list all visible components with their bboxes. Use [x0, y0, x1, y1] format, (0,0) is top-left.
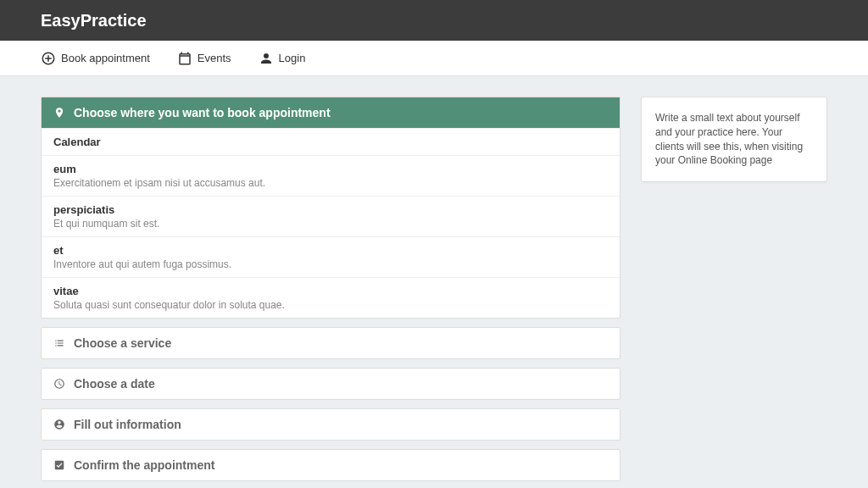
nav-login[interactable]: Login — [259, 51, 306, 66]
nav-login-label: Login — [279, 52, 306, 64]
calendar-option-title: vitae — [53, 285, 608, 297]
calendar-option[interactable]: perspiciatis Et qui numquam sit est. — [42, 196, 620, 236]
calendar-option[interactable]: eum Exercitationem et ipsam nisi ut accu… — [42, 155, 620, 196]
step-date-header[interactable]: Choose a date — [42, 369, 620, 399]
account-circle-icon — [53, 419, 65, 430]
calendar-option-desc: Inventore aut qui autem fuga possimus. — [53, 258, 608, 270]
step-confirm-header[interactable]: Confirm the appointment — [42, 450, 620, 480]
step-service-header[interactable]: Choose a service — [42, 328, 620, 358]
step-info-title: Fill out information — [74, 418, 181, 431]
nav-book-label: Book appointment — [61, 52, 150, 64]
step-confirm-title: Confirm the appointment — [74, 458, 214, 472]
step-date-card: Choose a date — [41, 368, 620, 400]
booking-steps: Choose where you want to book appointmen… — [41, 97, 620, 481]
navbar: Book appointment Events Login — [0, 41, 868, 76]
nav-events-label: Events — [198, 52, 231, 64]
check-box-icon — [53, 459, 65, 471]
calendar-option-desc: Soluta quasi sunt consequatur dolor in s… — [53, 299, 608, 311]
step-info-card: Fill out information — [41, 408, 620, 441]
calendar-option-desc: Exercitationem et ipsam nisi ut accusamu… — [53, 177, 608, 189]
calendar-option[interactable]: et Inventore aut qui autem fuga possimus… — [42, 236, 620, 277]
list-icon — [53, 337, 65, 349]
about-text: Write a small text about yourself and yo… — [655, 112, 803, 166]
step-confirm-card: Confirm the appointment — [41, 449, 620, 481]
nav-book-appointment[interactable]: Book appointment — [41, 51, 150, 66]
step-info-header[interactable]: Fill out information — [42, 409, 620, 440]
calendar-option-title: eum — [53, 163, 608, 175]
calendar-option-title: perspiciatis — [53, 203, 608, 216]
location-icon — [53, 107, 65, 119]
step-date-title: Choose a date — [74, 377, 155, 391]
clock-icon — [53, 378, 65, 390]
calendar-option-title: et — [53, 244, 608, 257]
step-service-title: Choose a service — [74, 336, 171, 350]
calendar-icon — [177, 51, 192, 66]
add-circle-icon — [41, 51, 56, 66]
person-icon — [259, 51, 274, 66]
calendar-option-desc: Et qui numquam sit est. — [53, 218, 608, 230]
nav-events[interactable]: Events — [177, 51, 231, 66]
calendar-subheader: Calendar — [42, 128, 620, 155]
step-where-title: Choose where you want to book appointmen… — [74, 106, 331, 119]
site-title: EasyPractice — [41, 11, 147, 30]
main-container: Choose where you want to book appointmen… — [0, 76, 868, 488]
top-header: EasyPractice — [0, 0, 868, 41]
calendar-option[interactable]: vitae Soluta quasi sunt consequatur dolo… — [42, 277, 620, 318]
step-where-header[interactable]: Choose where you want to book appointmen… — [42, 97, 620, 128]
step-service-card: Choose a service — [41, 327, 620, 359]
sidebar: Write a small text about yourself and yo… — [641, 97, 827, 182]
about-card: Write a small text about yourself and yo… — [641, 97, 827, 182]
step-where-card: Choose where you want to book appointmen… — [41, 97, 620, 319]
